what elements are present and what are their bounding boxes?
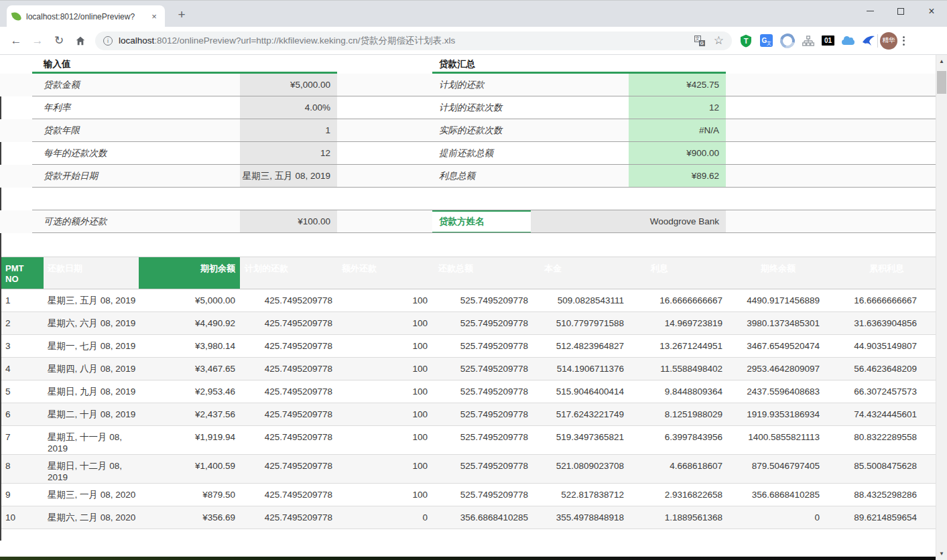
input-label: 每年的还款次数	[32, 142, 240, 164]
header-cell: 累积利息	[824, 257, 922, 289]
cell-interest: 9.8448809364	[629, 380, 727, 403]
minimize-button[interactable]	[855, 1, 885, 21]
summary-value: ¥425.75	[629, 74, 726, 96]
sitemap-extension-icon[interactable]	[802, 36, 814, 46]
cell-scheduled-payment: 425.7495209778	[240, 289, 337, 311]
cell-beginning-balance: ¥4,490.92	[139, 312, 240, 334]
cell-beginning-balance: ¥3,980.14	[139, 335, 240, 357]
header-cell: 利息	[629, 257, 727, 289]
summary-row: 贷款开始日期 星期三, 五月 08, 2019 利息总额 ¥89.62	[0, 165, 936, 188]
cell-beginning-balance: ¥3,467.65	[139, 358, 240, 380]
tampermonkey-shield-icon[interactable]: T	[739, 34, 753, 48]
url-text: localhost:8012/onlinePreview?url=http://…	[119, 35, 689, 47]
cell-extra-payment: 100	[337, 289, 432, 311]
cell-principal: 522.817838712	[533, 484, 629, 506]
close-icon: ×	[928, 6, 934, 17]
new-tab-button[interactable]: +	[173, 6, 190, 23]
home-icon	[74, 35, 86, 47]
bird-extension-icon[interactable]	[862, 34, 875, 48]
cell-total-payment: 525.7495209778	[432, 289, 533, 311]
cell-interest: 11.5588498402	[629, 358, 727, 380]
schedule-body: 1 星期三, 五月 08, 2019 ¥5,000.00 425.7495209…	[0, 289, 936, 529]
cell-cumulative-interest: 66.3072457573	[824, 380, 922, 403]
refresh-button[interactable]: ↻	[48, 30, 70, 52]
cell-cumulative-interest: 85.5008475628	[824, 455, 922, 483]
browser-menu-icon[interactable]	[903, 36, 905, 46]
cell-extra-payment: 100	[337, 312, 432, 334]
cloud-extension-icon[interactable]	[842, 37, 855, 45]
cell-scheduled-payment: 425.7495209778	[240, 358, 337, 380]
scroll-down-icon[interactable]: ▼	[936, 548, 947, 559]
cell-pmt-no: 5	[0, 380, 44, 403]
minimize-icon	[867, 11, 874, 12]
summary-label: 实际的还款次数	[432, 119, 629, 141]
address-bar[interactable]: i localhost:8012/onlinePreview?url=http:…	[95, 31, 732, 50]
summary-label: 利息总额	[432, 165, 629, 187]
cell-extra-payment: 100	[337, 455, 432, 483]
refresh-icon: ↻	[54, 33, 64, 48]
scroll-up-icon[interactable]: ▲	[936, 56, 947, 67]
translate-extension-icon[interactable]: G文	[760, 34, 773, 47]
translate-page-icon[interactable]: 文G	[694, 36, 705, 46]
cell-principal: 355.4978848918	[533, 506, 629, 529]
input-label: 可选的额外还款	[32, 210, 240, 232]
cell-cumulative-interest: 16.6666666667	[824, 289, 922, 311]
cell-interest: 14.969723819	[629, 312, 727, 334]
cell-interest: 4.668618607	[629, 455, 727, 483]
forward-button[interactable]: →	[27, 30, 48, 52]
scrollbar-thumb[interactable]	[937, 71, 946, 94]
input-label: 贷款开始日期	[32, 165, 240, 187]
summary-row: 贷款年限 1 实际的还款次数 #N/A	[0, 119, 936, 142]
cell-ending-balance: 4490.9171456889	[727, 289, 824, 311]
close-button[interactable]: ×	[916, 1, 947, 21]
header-cell: 计划的还款	[240, 257, 337, 289]
back-button[interactable]: ←	[5, 30, 27, 52]
cell-principal: 514.1906711376	[533, 358, 629, 380]
window-bottom-edge	[0, 557, 936, 560]
cell-scheduled-payment: 425.7495209778	[240, 380, 337, 403]
summary-label: 计划的还款次数	[432, 96, 629, 119]
cell-cumulative-interest: 44.9035149807	[824, 335, 922, 357]
cell-cumulative-interest: 56.4623648209	[824, 358, 922, 380]
badge-01-icon[interactable]: 01	[822, 36, 834, 46]
input-value: 4.00%	[240, 96, 337, 119]
home-button[interactable]	[70, 30, 91, 52]
schedule-row: 3 星期一, 七月 08, 2019 ¥3,980.14 425.7495209…	[0, 335, 936, 358]
profile-avatar[interactable]: 精华	[880, 32, 897, 50]
cell-payment-date: 星期日, 九月 08, 2019	[44, 380, 139, 403]
cell-extra-payment: 100	[337, 358, 432, 380]
bookmark-star-icon[interactable]: ☆	[714, 33, 724, 48]
input-value: 1	[240, 119, 337, 141]
cell-beginning-balance: ¥5,000.00	[139, 289, 240, 311]
cell-beginning-balance: ¥356.69	[139, 506, 240, 529]
spreadsheet-preview: 输入值 贷款汇总 贷款金额 ¥5,000.00 计划的还款 ¥425.75 年利…	[0, 55, 936, 557]
cell-total-payment: 525.7495209778	[432, 455, 533, 483]
vertical-scrollbar[interactable]: ▲ ▼	[936, 55, 947, 560]
tab-close-icon[interactable]: ×	[149, 11, 160, 21]
cell-payment-date: 星期三, 五月 08, 2019	[44, 289, 139, 311]
cell-interest: 6.3997843956	[629, 426, 727, 454]
url-path: :8012/onlinePreview?url=http://kkfilevie…	[154, 36, 455, 46]
input-value: ¥5,000.00	[240, 74, 337, 96]
browser-tab[interactable]: localhost:8012/onlinePreview? ×	[7, 5, 165, 27]
cell-beginning-balance: ¥1,919.94	[139, 426, 240, 454]
cell-ending-balance: 3467.6549520474	[727, 335, 824, 357]
summary-value: ¥89.62	[629, 165, 726, 187]
schedule-row: 1 星期三, 五月 08, 2019 ¥5,000.00 425.7495209…	[0, 289, 936, 312]
back-icon: ←	[11, 34, 22, 48]
info-icon[interactable]: i	[103, 36, 113, 46]
proxy-ring-icon[interactable]	[780, 33, 795, 48]
cell-beginning-balance: ¥2,953.46	[139, 380, 240, 403]
cell-interest: 1.1889561368	[629, 506, 727, 529]
cell-total-payment: 525.7495209778	[432, 380, 533, 403]
cell-payment-date: 星期二, 十月 08, 2019	[44, 403, 139, 425]
extensions-area: T G文 01	[739, 33, 875, 48]
extra-payment-row: 可选的额外还款 ¥100.00 贷款方姓名 Woodgrove Bank	[0, 210, 936, 233]
cell-ending-balance: 3980.1373485301	[727, 312, 824, 334]
inputs-section-title: 输入值	[44, 58, 71, 70]
header-cell: 本金	[533, 257, 629, 289]
cell-pmt-no: 3	[0, 335, 44, 357]
cell-principal: 517.6243221749	[533, 403, 629, 425]
summary-row: 贷款金额 ¥5,000.00 计划的还款 ¥425.75	[0, 74, 936, 96]
maximize-button[interactable]	[885, 1, 916, 21]
